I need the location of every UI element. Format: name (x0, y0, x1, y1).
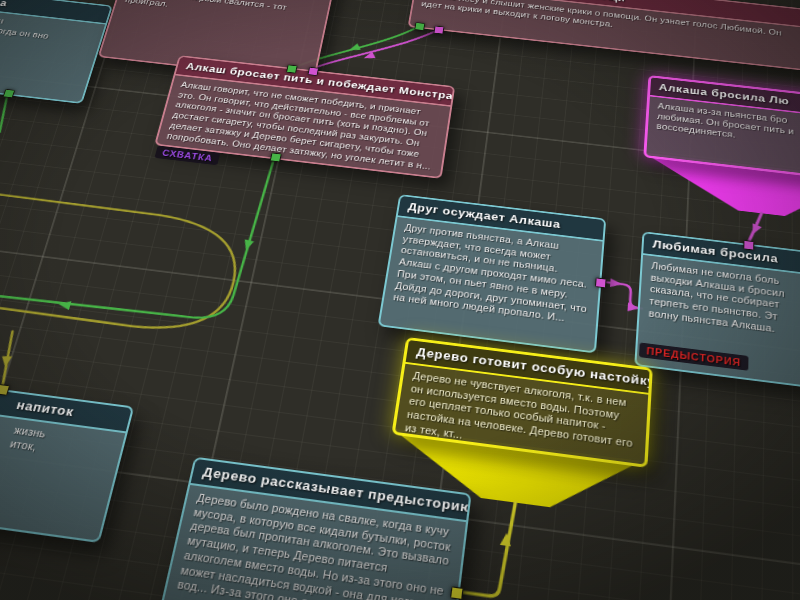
arrow-magenta-icon (748, 223, 761, 236)
graph-canvas[interactable]: ищапог онать. Тогда он вноочереди - кто … (0, 0, 800, 600)
arrow-green-icon (57, 300, 71, 310)
magenta-port[interactable] (743, 240, 754, 250)
magenta-port[interactable] (594, 277, 606, 288)
node-body-text: очереди - кто первый свалится - тот прои… (115, 0, 335, 31)
green-port[interactable] (414, 22, 425, 31)
flow-node-friend-condemns[interactable]: Друг осуждает АлкашаДруг против пьянства… (377, 194, 606, 353)
arrow-magenta-icon (610, 278, 623, 288)
magenta-port[interactable] (307, 67, 319, 76)
wire-olive-loop (0, 169, 247, 338)
yellow-port[interactable] (449, 586, 463, 600)
wire-green-stub (0, 94, 13, 133)
magenta-port[interactable] (433, 25, 444, 34)
node-graph-viewport[interactable]: ищапог онать. Тогда он вноочереди - кто … (0, 0, 800, 600)
green-port[interactable] (286, 64, 298, 73)
arrow-olive-icon (0, 356, 12, 367)
arrow-green-icon (347, 43, 360, 53)
green-port[interactable] (269, 152, 281, 162)
